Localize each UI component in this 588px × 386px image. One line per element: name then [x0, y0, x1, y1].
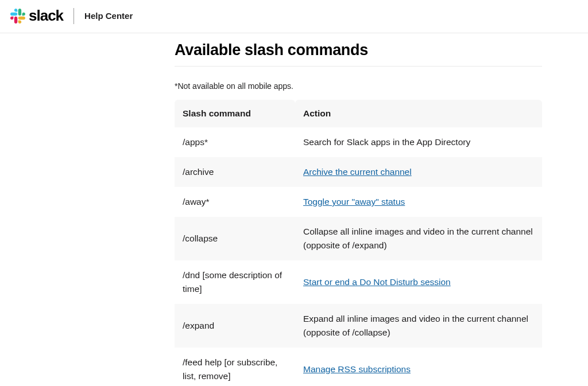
header-divider — [74, 8, 74, 24]
brand-logo[interactable]: slack — [10, 7, 63, 25]
action-cell: Search for Slack apps in the App Directo… — [295, 127, 542, 157]
command-cell: /away* — [175, 187, 295, 217]
action-cell: Expand all inline images and video in th… — [295, 304, 542, 348]
commands-table: Slash command Action /apps*Search for Sl… — [175, 100, 542, 386]
action-cell: Archive the current channel — [295, 157, 542, 187]
table-row: /apps*Search for Slack apps in the App D… — [175, 127, 542, 157]
command-cell: /archive — [175, 157, 295, 187]
header-command: Slash command — [175, 100, 295, 127]
help-center-link[interactable]: Help Center — [84, 11, 133, 21]
command-cell: /collapse — [175, 217, 295, 260]
action-link[interactable]: Archive the current channel — [303, 167, 412, 177]
action-cell: Toggle your "away" status — [295, 187, 542, 217]
action-link[interactable]: Manage RSS subscriptions — [303, 364, 411, 374]
table-row: /away*Toggle your "away" status — [175, 187, 542, 217]
action-link[interactable]: Start or end a Do Not Disturb session — [303, 277, 451, 287]
table-row: /expandExpand all inline images and vide… — [175, 304, 542, 348]
action-cell: Manage RSS subscriptions — [295, 348, 542, 386]
action-link[interactable]: Toggle your "away" status — [303, 197, 405, 206]
table-row: /dnd [some description of time]Start or … — [175, 260, 542, 304]
command-cell: /apps* — [175, 127, 295, 157]
page-title: Available slash commands — [175, 41, 542, 67]
command-cell: /expand — [175, 304, 295, 348]
table-row: /collapseCollapse all inline images and … — [175, 217, 542, 260]
main-content: Available slash commands *Not available … — [175, 33, 542, 386]
footnote: *Not available on all mobile apps. — [175, 81, 542, 91]
header-action: Action — [295, 100, 542, 127]
action-cell: Start or end a Do Not Disturb session — [295, 260, 542, 304]
table-row: /feed help [or subscribe, list, remove]M… — [175, 348, 542, 386]
command-cell: /dnd [some description of time] — [175, 260, 295, 304]
table-row: /archiveArchive the current channel — [175, 157, 542, 187]
header: slack Help Center — [0, 0, 588, 33]
brand-name: slack — [29, 7, 63, 25]
slack-logo-icon — [10, 9, 25, 24]
action-cell: Collapse all inline images and video in … — [295, 217, 542, 260]
command-cell: /feed help [or subscribe, list, remove] — [175, 348, 295, 386]
